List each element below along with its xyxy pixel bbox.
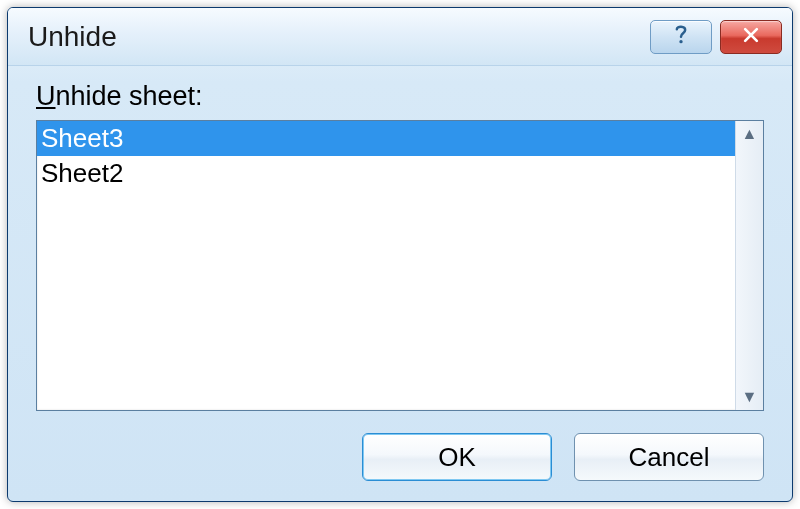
help-button[interactable]	[650, 20, 712, 54]
list-item[interactable]: Sheet3	[37, 121, 735, 156]
button-row: OK Cancel	[36, 411, 764, 481]
close-icon	[741, 25, 761, 49]
dialog-body: Unhide sheet: Sheet3Sheet2 ▲ ▼ OK Cancel	[8, 66, 792, 501]
sheet-list-frame: Sheet3Sheet2 ▲ ▼	[36, 120, 764, 411]
list-label-accel: U	[36, 81, 56, 111]
list-item[interactable]: Sheet2	[37, 156, 735, 191]
help-icon	[671, 22, 691, 52]
cancel-button[interactable]: Cancel	[574, 433, 764, 481]
list-label-rest: nhide sheet:	[56, 81, 203, 111]
unhide-dialog: Unhide Unhide sheet:	[7, 7, 793, 502]
close-button[interactable]	[720, 20, 782, 54]
svg-point-0	[679, 40, 682, 43]
dialog-title: Unhide	[28, 21, 650, 53]
scrollbar[interactable]: ▲ ▼	[735, 121, 763, 410]
scroll-down-icon[interactable]: ▼	[742, 388, 758, 406]
titlebar: Unhide	[8, 8, 792, 66]
scroll-up-icon[interactable]: ▲	[742, 125, 758, 143]
list-label: Unhide sheet:	[36, 81, 764, 112]
ok-button[interactable]: OK	[362, 433, 552, 481]
titlebar-buttons	[650, 20, 782, 54]
sheet-list[interactable]: Sheet3Sheet2	[37, 121, 735, 410]
